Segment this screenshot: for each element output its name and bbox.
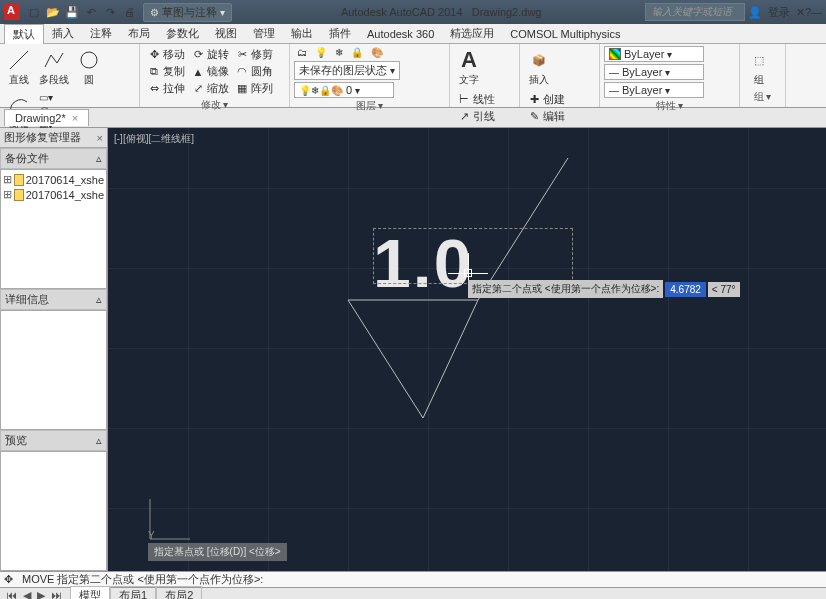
copy-button[interactable]: ⧉复制 <box>144 63 188 80</box>
minimize-icon[interactable]: — <box>811 6 822 18</box>
insert-button[interactable]: 📦插入 <box>524 46 554 89</box>
prev-tab-icon[interactable]: ◀ <box>21 589 33 599</box>
color-dropdown[interactable]: ByLayer ▾ <box>604 46 704 62</box>
layer-icon3[interactable]: 🔒 <box>348 46 366 59</box>
ucs-icon[interactable] <box>150 499 190 539</box>
new-icon[interactable]: ▢ <box>26 4 42 20</box>
folder-icon <box>14 189 24 201</box>
close-panel-icon[interactable]: × <box>97 132 103 144</box>
stretch-button[interactable]: ⇔拉伸 <box>144 80 188 97</box>
save-icon[interactable]: 💾 <box>64 4 80 20</box>
ribbon-group-annot: A文字 ⊢线性 ↗引线 ▦表格 注释 ▾ <box>450 44 520 107</box>
app-logo[interactable] <box>4 4 20 20</box>
preview-box <box>0 451 107 571</box>
model-tab[interactable]: 模型 <box>70 586 110 599</box>
tab-view[interactable]: 视图 <box>207 24 245 43</box>
scale-button[interactable]: ⤢缩放 <box>188 80 232 97</box>
text-button[interactable]: A文字 <box>454 46 484 89</box>
polyline-button[interactable]: 多段线 <box>36 46 72 89</box>
ribbon-group-draw: 直线 多段线 圆 圆弧 ▭▾ ◯▾ ▦▾ 绘图 ▾ <box>0 44 140 107</box>
dyn-angle[interactable]: < 77° <box>708 282 740 297</box>
tree-item[interactable]: ⊞20170614_xshe <box>3 187 104 202</box>
group-button[interactable]: ⬚组 <box>744 46 774 89</box>
rotate-button[interactable]: ⟳旋转 <box>188 46 232 63</box>
backup-tree[interactable]: ⊞20170614_xshe ⊞20170614_xshe <box>0 169 107 289</box>
group-label-layer: 图层 ▾ <box>294 98 445 114</box>
tab-manage[interactable]: 管理 <box>245 24 283 43</box>
last-tab-icon[interactable]: ⏭ <box>49 589 64 599</box>
tab-annotate[interactable]: 注释 <box>82 24 120 43</box>
edit-button[interactable]: ✎编辑 <box>524 108 590 125</box>
backup-section[interactable]: 备份文件▵ <box>0 148 107 169</box>
tab-parametric[interactable]: 参数化 <box>158 24 207 43</box>
tab-default[interactable]: 默认 <box>4 24 44 44</box>
tab-360[interactable]: Autodesk 360 <box>359 26 442 42</box>
details-section[interactable]: 详细信息▵ <box>0 289 107 310</box>
array-button[interactable]: ▦阵列 <box>232 80 276 97</box>
tab-insert[interactable]: 插入 <box>44 24 82 43</box>
layer-icon[interactable]: 💡 <box>312 46 330 59</box>
create-button[interactable]: ✚创建 <box>524 91 590 108</box>
svg-line-0 <box>10 51 28 69</box>
drawing-triangle <box>338 158 688 458</box>
ribbon-tabs: 默认 插入 注释 布局 参数化 视图 管理 输出 插件 Autodesk 360… <box>0 24 826 44</box>
svg-line-5 <box>423 300 478 418</box>
search-input[interactable]: 输入关键字或短语 <box>645 3 745 21</box>
tab-output[interactable]: 输出 <box>283 24 321 43</box>
mirror-button[interactable]: ▲镜像 <box>188 63 232 80</box>
rect-icon[interactable]: ▭▾ <box>36 91 58 104</box>
cmd-icon: ✥ <box>4 573 18 586</box>
exchange-icon[interactable]: ✕ <box>796 6 805 19</box>
first-tab-icon[interactable]: ⏮ <box>4 589 19 599</box>
preview-section[interactable]: 预览▵ <box>0 430 107 451</box>
close-tab-icon[interactable]: × <box>72 112 78 124</box>
move-button[interactable]: ✥移动 <box>144 46 188 63</box>
open-icon[interactable]: 📂 <box>45 4 61 20</box>
ribbon: 直线 多段线 圆 圆弧 ▭▾ ◯▾ ▦▾ 绘图 ▾ ✥移动 ⟳旋转 ✂修剪 ⧉复… <box>0 44 826 108</box>
folder-icon <box>14 174 24 186</box>
selection-box <box>373 228 573 284</box>
layer-state-dropdown[interactable]: 未保存的图层状态 ▾ <box>294 61 400 80</box>
layer-props-icon[interactable]: 🗂 <box>294 46 310 59</box>
quick-access-toolbar: ▢ 📂 💾 ↶ ↷ 🖨 <box>26 4 137 20</box>
linear-dim-button[interactable]: ⊢线性 <box>454 91 498 108</box>
tab-plugins[interactable]: 插件 <box>321 24 359 43</box>
command-line[interactable]: ✥ MOVE 指定第二个点或 <使用第一个点作为位移>: <box>0 571 826 587</box>
linetype-dropdown[interactable]: — ByLayer ▾ <box>604 82 704 98</box>
details-tree[interactable] <box>0 310 107 430</box>
print-icon[interactable]: 🖨 <box>121 4 137 20</box>
drawing-canvas[interactable]: [-][俯视][二维线框] 1.0 指定第二个点或 <使用第一个点作为位移>: … <box>108 128 826 571</box>
tab-comsol[interactable]: COMSOL Multiphysics <box>502 26 628 42</box>
svg-point-1 <box>81 52 97 68</box>
layer-icon4[interactable]: 🎨 <box>368 46 386 59</box>
drawing-tab[interactable]: Drawing2*× <box>4 109 89 126</box>
panel-title: 图形修复管理器× <box>0 128 107 148</box>
workspace-selector[interactable]: ⚙ 草图与注释 ▾ <box>143 3 232 22</box>
layout-tabs: ⏮ ◀ ▶ ⏭ 模型 布局1 布局2 <box>0 587 826 599</box>
undo-icon[interactable]: ↶ <box>83 4 99 20</box>
layer-current-dropdown[interactable]: 💡❄🔒🎨 0 ▾ <box>294 82 394 98</box>
dyn-distance[interactable]: 4.6782 <box>665 282 706 297</box>
layer-icon2[interactable]: ❄ <box>332 46 346 59</box>
cmd-text: MOVE 指定第二个点或 <使用第一个点作为位移>: <box>22 572 263 587</box>
tree-item[interactable]: ⊞20170614_xshe <box>3 172 104 187</box>
dynamic-input[interactable]: 指定第二个点或 <使用第一个点作为位移>: 4.6782 < 77° <box>468 280 740 298</box>
ribbon-group-modify: ✥移动 ⟳旋转 ✂修剪 ⧉复制 ▲镜像 ◠圆角 ⇔拉伸 ⤢缩放 ▦阵列 修改 ▾ <box>140 44 290 107</box>
fillet-button[interactable]: ◠圆角 <box>232 63 276 80</box>
redo-icon[interactable]: ↷ <box>102 4 118 20</box>
tab-layout[interactable]: 布局 <box>120 24 158 43</box>
next-tab-icon[interactable]: ▶ <box>35 589 47 599</box>
viewport-label[interactable]: [-][俯视][二维线框] <box>114 132 194 146</box>
lineweight-dropdown[interactable]: — ByLayer ▾ <box>604 64 704 80</box>
circle-button[interactable]: 圆 <box>74 46 104 89</box>
group-label-grp: 组 ▾ <box>744 89 781 105</box>
recovery-panel: 图形修复管理器× 备份文件▵ ⊞20170614_xshe ⊞20170614_… <box>0 128 108 571</box>
command-hint: 指定基点或 [位移(D)] <位移> <box>148 543 287 561</box>
trim-button[interactable]: ✂修剪 <box>232 46 276 63</box>
tab-featured[interactable]: 精选应用 <box>442 24 502 43</box>
leader-button[interactable]: ↗引线 <box>454 108 498 125</box>
line-button[interactable]: 直线 <box>4 46 34 89</box>
layout1-tab[interactable]: 布局1 <box>110 586 156 599</box>
signin-button[interactable]: 👤 登录 <box>745 5 796 20</box>
layout2-tab[interactable]: 布局2 <box>156 586 202 599</box>
